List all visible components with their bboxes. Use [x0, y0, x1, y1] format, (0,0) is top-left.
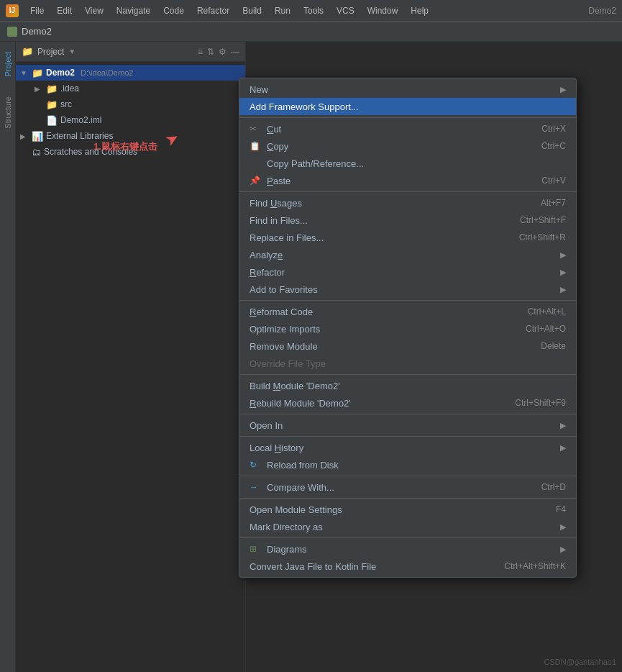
ctx-replace-files-label: Replace in Files... — [250, 232, 513, 243]
tree-iml-file-icon: 📄 — [46, 115, 58, 126]
menu-view[interactable]: View — [79, 4, 109, 17]
sort-icon[interactable]: ⇅ — [207, 47, 214, 57]
ctx-copy-path[interactable]: Copy Path/Reference... — [239, 155, 576, 172]
ctx-paste-shortcut: Ctrl+V — [541, 176, 566, 186]
tree-external-libs[interactable]: ▶ 📊 External Libraries — [16, 128, 245, 144]
menu-build[interactable]: Build — [237, 4, 267, 17]
ctx-sep-1 — [239, 117, 576, 118]
ctx-open-in[interactable]: Open In ▶ — [239, 417, 576, 434]
project-tree: ▼ 📁 Demo2 D:\idea\Demo2 ▶ 📁 .idea ▶ 📁 sr… — [16, 62, 245, 163]
ctx-refactor[interactable]: Refactor ▶ — [239, 263, 576, 281]
ctx-copy[interactable]: 📋 Copy Ctrl+C — [239, 137, 576, 155]
ctx-find-files-label: Find in Files... — [250, 215, 514, 226]
context-menu: New ▶ Add Framework Support... ✂ Cut Ctr… — [239, 78, 577, 578]
menu-run[interactable]: Run — [269, 4, 296, 17]
ctx-add-framework[interactable]: Add Framework Support... — [239, 98, 576, 115]
reload-icon: ↻ — [250, 460, 261, 470]
ctx-convert-kotlin[interactable]: Convert Java File to Kotlin File Ctrl+Al… — [239, 558, 576, 575]
ctx-paste-label: Paste — [267, 176, 536, 186]
project-folder-icon — [7, 27, 17, 37]
ctx-find-usages[interactable]: Find Usages Alt+F7 — [239, 194, 576, 212]
app-logo: IJ — [6, 4, 19, 17]
cut-icon: ✂ — [250, 124, 261, 134]
ctx-reload-disk[interactable]: ↻ Reload from Disk — [239, 456, 576, 473]
ctx-diagrams-arrow: ▶ — [560, 545, 566, 554]
menu-help[interactable]: Help — [405, 4, 434, 17]
ctx-cut[interactable]: ✂ Cut Ctrl+X — [239, 120, 576, 137]
ctx-copy-path-label: Copy Path/Reference... — [267, 158, 566, 169]
ctx-find-files[interactable]: Find in Files... Ctrl+Shift+F — [239, 212, 576, 229]
ctx-compare-shortcut: Ctrl+D — [541, 482, 566, 492]
compare-icon: ↔ — [250, 482, 261, 492]
tree-src[interactable]: ▶ 📁 src — [16, 96, 245, 112]
left-tabs: Project Structure — [0, 42, 16, 672]
ctx-compare-with[interactable]: ↔ Compare With... Ctrl+D — [239, 478, 576, 496]
tree-iml[interactable]: ▶ 📄 Demo2.iml — [16, 112, 245, 128]
ctx-optimize-shortcut: Ctrl+Alt+O — [526, 324, 566, 334]
tree-scratches[interactable]: ▶ 🗂 Scratches and Consoles — [16, 144, 245, 160]
ctx-refactor-label: Refactor — [250, 267, 552, 278]
title-bar: IJ File Edit View Navigate Code Refactor… — [0, 0, 622, 22]
ctx-reformat[interactable]: Reformat Code Ctrl+Alt+L — [239, 303, 576, 320]
ctx-open-in-arrow: ▶ — [560, 421, 566, 430]
ctx-replace-files[interactable]: Replace in Files... Ctrl+Shift+R — [239, 229, 576, 246]
ctx-optimize[interactable]: Optimize Imports Ctrl+Alt+O — [239, 320, 576, 337]
ctx-analyze-label: Analyze — [250, 250, 552, 260]
copy-icon: 📋 — [250, 141, 261, 151]
menu-vcs[interactable]: VCS — [331, 4, 360, 17]
ctx-rebuild-module-label: Rebuild Module 'Demo2' — [250, 398, 509, 409]
ctx-remove-module[interactable]: Remove Module Delete — [239, 337, 576, 355]
ctx-mark-directory[interactable]: Mark Directory as ▶ — [239, 518, 576, 535]
ctx-cut-shortcut: Ctrl+X — [541, 124, 566, 134]
menu-code[interactable]: Code — [157, 4, 190, 17]
menu-file[interactable]: File — [24, 4, 50, 17]
ctx-rebuild-shortcut: Ctrl+Shift+F9 — [515, 398, 566, 408]
ctx-open-module-settings[interactable]: Open Module Settings F4 — [239, 501, 576, 518]
ctx-refactor-arrow: ▶ — [560, 268, 566, 277]
tree-idea[interactable]: ▶ 📁 .idea — [16, 81, 245, 96]
tree-idea-label: .idea — [60, 83, 79, 94]
menu-edit[interactable]: Edit — [51, 4, 78, 17]
ctx-open-module-label: Open Module Settings — [250, 504, 550, 515]
panel-dropdown-arrow[interactable]: ▼ — [68, 47, 76, 55]
ctx-sep-6 — [239, 436, 576, 437]
ctx-analyze-arrow: ▶ — [560, 250, 566, 260]
menu-tools[interactable]: Tools — [298, 4, 329, 17]
tab-project[interactable]: Project — [2, 49, 14, 79]
ctx-local-history-label: Local History — [250, 442, 552, 453]
watermark: CSDN@gantanhao1 — [544, 658, 616, 666]
menu-window[interactable]: Window — [362, 4, 404, 17]
ctx-diagrams-label: Diagrams — [267, 544, 552, 555]
menu-navigate[interactable]: Navigate — [111, 4, 156, 17]
tree-src-folder-icon: 📁 — [46, 99, 58, 110]
diagrams-icon: ⊞ — [250, 544, 261, 554]
ctx-new[interactable]: New ▶ — [239, 81, 576, 98]
ctx-analyze[interactable]: Analyze ▶ — [239, 246, 576, 263]
app-title: Demo2 — [588, 6, 616, 16]
menu-refactor[interactable]: Refactor — [191, 4, 235, 17]
project-header: Demo2 — [0, 22, 622, 42]
ctx-remove-module-shortcut: Delete — [541, 341, 566, 351]
tree-idea-folder-icon: 📁 — [46, 83, 58, 94]
ctx-new-arrow: ▶ — [560, 85, 566, 94]
ctx-add-favorites[interactable]: Add to Favorites ▶ — [239, 281, 576, 298]
ctx-paste[interactable]: 📌 Paste Ctrl+V — [239, 172, 576, 189]
gear-icon[interactable]: ⚙ — [219, 47, 227, 57]
ctx-rebuild-module[interactable]: Rebuild Module 'Demo2' Ctrl+Shift+F9 — [239, 394, 576, 412]
ctx-local-history[interactable]: Local History ▶ — [239, 439, 576, 456]
menu-bar: File Edit View Navigate Code Refactor Bu… — [24, 4, 434, 17]
ctx-diagrams[interactable]: ⊞ Diagrams ▶ — [239, 540, 576, 558]
tab-structure[interactable]: Structure — [2, 94, 14, 132]
ctx-find-usages-shortcut: Alt+F7 — [541, 198, 566, 208]
paste-icon: 📌 — [250, 176, 261, 186]
tree-root-arrow: ▼ — [20, 69, 29, 77]
collapse-all-icon[interactable]: ≡ — [198, 47, 203, 57]
minimize-icon[interactable]: — — [231, 47, 239, 57]
ctx-build-module-label: Build Module 'Demo2' — [250, 381, 566, 391]
ctx-optimize-label: Optimize Imports — [250, 324, 520, 335]
tree-idea-arrow: ▶ — [35, 85, 43, 93]
tree-root[interactable]: ▼ 📁 Demo2 D:\idea\Demo2 — [16, 65, 245, 81]
ctx-sep-7 — [239, 476, 576, 476]
ctx-build-module[interactable]: Build Module 'Demo2' — [239, 377, 576, 394]
ctx-find-usages-label: Find Usages — [250, 198, 535, 209]
